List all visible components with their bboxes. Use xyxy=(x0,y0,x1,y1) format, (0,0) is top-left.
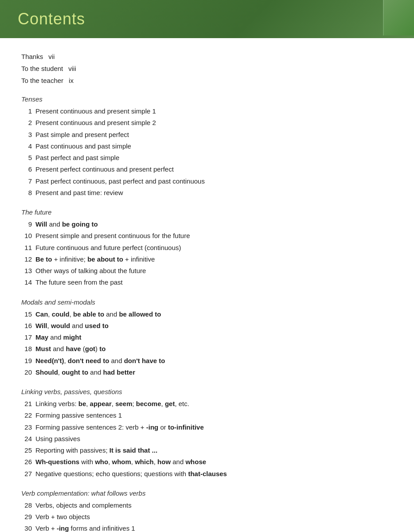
toc-text: Forming passive sentences 1 xyxy=(35,410,122,421)
toc-text: Past continuous and past simple xyxy=(35,141,131,152)
toc-num: 12 xyxy=(21,254,35,265)
toc-text: May and might xyxy=(35,332,81,343)
toc-item: 20 Should, ought to and had better xyxy=(21,367,393,378)
toc-text: Past perfect continuous, past perfect an… xyxy=(35,176,205,187)
toc-num: 18 xyxy=(21,343,35,355)
toc-section-modals: Modals and semi-modals 15 Can, could, be… xyxy=(21,298,393,379)
section-title-future: The future xyxy=(21,208,393,216)
toc-text: Present continuous and present simple 2 xyxy=(35,117,156,129)
toc-item: 17 May and might xyxy=(21,332,393,343)
page-title: Contents xyxy=(18,10,85,28)
toc-text: Using passives xyxy=(35,433,80,445)
front-matter-thanks-page: vii xyxy=(48,51,55,63)
toc-item: 10 Present simple and present continuous… xyxy=(21,230,393,242)
toc-section-linking: Linking verbs, passives, questions 21 Li… xyxy=(21,388,393,480)
toc-item: 28 Verbs, objects and complements xyxy=(21,500,393,511)
toc-text: Past simple and present perfect xyxy=(35,129,129,141)
toc-num: 14 xyxy=(21,277,35,288)
toc-item: 15 Can, could, be able to and be allowed… xyxy=(21,309,393,320)
toc-item: 5 Past perfect and past simple xyxy=(21,152,393,164)
front-matter-student: To the student viii xyxy=(21,63,393,74)
front-matter-teacher: To the teacher ix xyxy=(21,74,393,86)
front-matter-thanks: Thanks vii xyxy=(21,51,393,63)
toc-text: Present continuous and present simple 1 xyxy=(35,106,156,117)
toc-num: 3 xyxy=(21,129,35,141)
toc-num: 30 xyxy=(21,523,35,532)
toc-num: 26 xyxy=(21,456,35,468)
toc-text: Reporting with passives; It is said that… xyxy=(35,445,157,456)
toc-item: 3 Past simple and present perfect xyxy=(21,129,393,141)
toc-item: 21 Linking verbs: be, appear, seem; beco… xyxy=(21,398,393,410)
toc-num: 1 xyxy=(21,106,35,117)
front-matter-thanks-label: Thanks xyxy=(21,51,43,63)
toc-num: 20 xyxy=(21,367,35,378)
toc-num: 28 xyxy=(21,500,35,511)
page-header: Contents xyxy=(0,0,414,38)
section-title-tenses: Tenses xyxy=(21,95,393,103)
front-matter-teacher-label: To the teacher xyxy=(21,74,63,86)
toc-item: 30 Verb + -ing forms and infinitives 1 xyxy=(21,523,393,532)
toc-item: 29 Verb + two objects xyxy=(21,511,393,523)
toc-num: 10 xyxy=(21,230,35,242)
toc-text: Present perfect continuous and present p… xyxy=(35,164,174,175)
toc-item: 14 The future seen from the past xyxy=(21,277,393,288)
toc-item: 6 Present perfect continuous and present… xyxy=(21,164,393,175)
toc-item: 25 Reporting with passives; It is said t… xyxy=(21,445,393,456)
toc-num: 6 xyxy=(21,164,35,175)
header-corner-decoration xyxy=(383,0,414,35)
toc-item: 24 Using passives xyxy=(21,433,393,445)
toc-item: 23 Forming passive sentences 2: verb + -… xyxy=(21,422,393,433)
toc-section-verb-complementation: Verb complementation: what follows verbs… xyxy=(21,489,393,532)
toc-section-future: The future 9 Will and be going to 10 Pre… xyxy=(21,208,393,289)
toc-text: Present simple and present continuous fo… xyxy=(35,230,190,242)
toc-num: 4 xyxy=(21,141,35,152)
toc-text: Other ways of talking about the future xyxy=(35,265,146,277)
toc-text: The future seen from the past xyxy=(35,277,123,288)
toc-text: Wh-questions with who, whom, which, how … xyxy=(35,456,206,468)
toc-text: Be to + infinitive; be about to + infini… xyxy=(35,254,155,265)
toc-num: 2 xyxy=(21,117,35,129)
toc-text: Should, ought to and had better xyxy=(35,367,135,378)
toc-num: 25 xyxy=(21,445,35,456)
toc-item: 19 Need(n't), don't need to and don't ha… xyxy=(21,355,393,367)
front-matter-student-label: To the student xyxy=(21,63,63,74)
front-matter-student-page: viii xyxy=(68,63,76,74)
toc-item: 4 Past continuous and past simple xyxy=(21,141,393,152)
toc-text: Can, could, be able to and be allowed to xyxy=(35,309,161,320)
toc-item: 18 Must and have (got) to xyxy=(21,343,393,355)
toc-item: 7 Past perfect continuous, past perfect … xyxy=(21,176,393,187)
toc-num: 8 xyxy=(21,187,35,199)
toc-num: 7 xyxy=(21,176,35,187)
toc-item: 9 Will and be going to xyxy=(21,219,393,230)
toc-num: 29 xyxy=(21,511,35,523)
toc-item: 2 Present continuous and present simple … xyxy=(21,117,393,129)
toc-num: 27 xyxy=(21,468,35,480)
toc-num: 11 xyxy=(21,242,35,254)
front-matter-section: Thanks vii To the student viii To the te… xyxy=(21,51,393,86)
toc-text: Present and past time: review xyxy=(35,187,123,199)
toc-text: Need(n't), don't need to and don't have … xyxy=(35,355,165,367)
toc-text: Verbs, objects and complements xyxy=(35,500,132,511)
toc-item: 27 Negative questions; echo questions; q… xyxy=(21,468,393,480)
front-matter-teacher-page: ix xyxy=(69,74,74,86)
toc-num: 16 xyxy=(21,320,35,332)
toc-num: 17 xyxy=(21,332,35,343)
toc-item: 12 Be to + infinitive; be about to + inf… xyxy=(21,254,393,265)
toc-item: 8 Present and past time: review xyxy=(21,187,393,199)
main-content: Thanks vii To the student viii To the te… xyxy=(0,38,414,532)
toc-num: 22 xyxy=(21,410,35,421)
toc-text: Linking verbs: be, appear, seem; become,… xyxy=(35,398,189,410)
toc-item: 26 Wh-questions with who, whom, which, h… xyxy=(21,456,393,468)
toc-num: 21 xyxy=(21,398,35,410)
toc-text: Negative questions; echo questions; ques… xyxy=(35,468,227,480)
toc-text: Forming passive sentences 2: verb + -ing… xyxy=(35,422,204,433)
toc-section-tenses: Tenses 1 Present continuous and present … xyxy=(21,95,393,199)
toc-num: 9 xyxy=(21,219,35,230)
toc-text: Past perfect and past simple xyxy=(35,152,119,164)
toc-text: Must and have (got) to xyxy=(35,343,105,355)
toc-item: 16 Will, would and used to xyxy=(21,320,393,332)
toc-item: 1 Present continuous and present simple … xyxy=(21,106,393,117)
toc-item: 11 Future continuous and future perfect … xyxy=(21,242,393,254)
toc-num: 24 xyxy=(21,433,35,445)
section-title-linking: Linking verbs, passives, questions xyxy=(21,388,393,395)
